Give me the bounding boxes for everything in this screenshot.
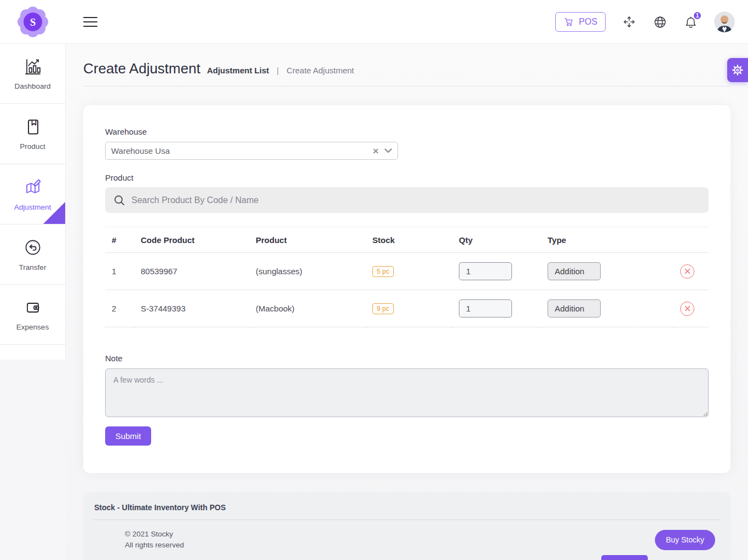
menu-toggle-icon[interactable] [83,17,97,27]
row-index: 2 [105,290,134,327]
settings-button[interactable] [727,58,748,82]
breadcrumb-parent[interactable]: Adjustment List [207,66,269,75]
cart-icon [563,17,574,27]
warehouse-select[interactable]: Warehouse Usa ✕ [105,142,398,160]
page-header: Create Adjustment Adjustment List | Crea… [66,44,748,77]
warehouse-label: Warehouse [105,127,709,136]
qty-input[interactable] [459,262,512,280]
col-header-type: Type [541,227,674,253]
footer-title: Stock - Ultimate Inventory With POS [83,503,730,512]
col-header-stock: Stock [366,227,452,253]
search-icon [113,194,125,206]
product-label: Product [105,173,709,182]
active-corner-indicator [43,202,65,224]
sidebar-item-product[interactable]: Product [0,104,65,164]
gear-icon [732,64,744,76]
row-code: S-37449393 [134,290,249,327]
book-icon [23,117,43,137]
type-select[interactable]: Addition [548,299,601,317]
note-textarea[interactable] [105,368,709,417]
table-row: 2 S-37449393 (Macbook) 9 pc Addition [105,290,709,327]
adjustment-items-table: # Code Product Product Stock Qty Type 1 … [105,227,709,327]
sidebar-item-label: Expenses [16,323,49,331]
row-code: 80539967 [134,253,249,290]
sidebar-item-adjustment[interactable]: Adjustment [0,164,65,224]
svg-text:S: S [30,16,36,28]
sidebar-item-transfer[interactable]: Transfer [0,224,65,285]
product-search-input[interactable] [105,187,709,213]
sidebar-item-dashboard[interactable]: Dashboard [0,44,65,104]
chevron-down-icon [384,148,392,153]
sidebar-item-label: Dashboard [14,82,50,90]
qty-input[interactable] [459,299,512,317]
fullscreen-icon[interactable] [622,15,636,29]
page-title: Create Adjustment [83,60,200,77]
col-header-product: Product [249,227,366,253]
type-select[interactable]: Addition [548,262,601,280]
pos-button[interactable]: POS [555,12,606,32]
topbar: S POS [0,0,748,44]
adjustment-form-card: Warehouse Warehouse Usa ✕ Product [83,105,730,473]
footer-rights: All rights reserved [125,540,184,551]
stock-badge: 5 pc [372,266,394,277]
stock-badge: 9 pc [372,303,394,314]
sidebar-item-expenses[interactable]: Expenses [0,285,65,345]
main-content: Create Adjustment Adjustment List | Crea… [66,44,748,560]
delete-row-button[interactable] [680,302,694,316]
stocky-logo[interactable]: S [16,5,49,38]
type-selected-value: Addition [555,304,584,313]
breadcrumb-separator: | [277,66,279,75]
footer-copyright: © 2021 Stocky [125,529,184,540]
notification-badge: 1 [693,11,702,20]
sidebar: Dashboard Product Adjustment [0,44,66,360]
row-index: 1 [105,253,134,290]
note-label: Note [105,354,709,363]
sidebar-item-label: Transfer [19,263,47,272]
delete-row-button[interactable] [680,264,694,279]
footer: Stock - Ultimate Inventory With POS © 20… [83,492,730,560]
breadcrumb-current: Create Adjustment [286,66,354,75]
row-product: (Macbook) [249,290,366,327]
row-product: (sunglasses) [249,253,366,290]
close-icon [684,305,691,311]
clear-icon[interactable]: ✕ [372,147,379,155]
col-header-qty: Qty [452,227,541,253]
wallet-icon [23,298,43,317]
return-arrow-icon [22,237,43,258]
map-edit-icon [22,177,43,198]
chat-widget-peek[interactable] [601,555,648,560]
close-icon [684,268,691,274]
col-header-index: # [105,227,134,253]
sidebar-item-label: Product [20,142,45,151]
table-row: 1 80539967 (sunglasses) 5 pc Addition [105,253,709,290]
header-divider [83,86,730,86]
avatar[interactable] [714,11,735,32]
submit-button[interactable]: Submit [105,426,151,446]
table-header-row: # Code Product Product Stock Qty Type [105,227,709,253]
col-header-code: Code Product [134,227,249,253]
type-selected-value: Addition [555,267,584,276]
pos-label: POS [579,17,597,27]
buy-stocky-button[interactable]: Buy Stocky [655,530,715,550]
globe-icon[interactable] [653,15,667,29]
warehouse-selected-value: Warehouse Usa [111,146,372,155]
bar-chart-icon [22,57,43,77]
bell-icon[interactable]: 1 [683,15,698,29]
